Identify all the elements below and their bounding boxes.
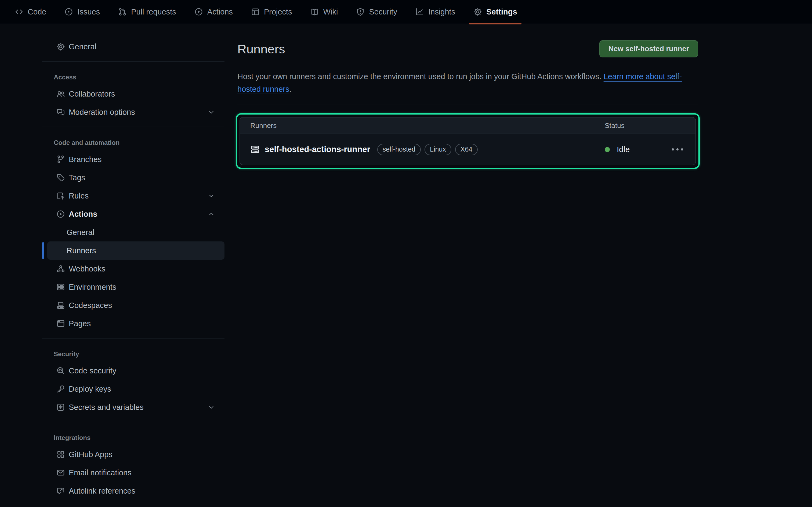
sidebar-item-codespaces[interactable]: Codespaces: [47, 296, 224, 315]
runner-name-link[interactable]: self-hosted-actions-runner: [265, 145, 370, 154]
chevron-down-icon: [208, 404, 215, 411]
tab-projects[interactable]: Projects: [247, 0, 296, 24]
sidebar-item-secrets-and-variables[interactable]: Secrets and variables: [47, 398, 224, 416]
sidebar-item-branches[interactable]: Branches: [47, 150, 224, 168]
sidebar-item-moderation-options[interactable]: Moderation options: [47, 103, 224, 121]
play-icon: [194, 7, 203, 16]
key-icon: [56, 385, 65, 393]
tab-code[interactable]: Code: [10, 0, 50, 24]
sidebar-item-label: Webhooks: [69, 265, 106, 273]
sidebar-item-actions-runners[interactable]: Runners: [47, 241, 224, 260]
tag-icon: [56, 173, 65, 182]
sidebar-item-label: Deploy keys: [69, 385, 111, 394]
description-period: .: [289, 85, 291, 93]
sidebar-item-label: Moderation options: [69, 108, 135, 117]
sidebar-item-tags[interactable]: Tags: [47, 168, 224, 187]
codespaces-icon: [56, 301, 65, 309]
sidebar-item-label: Codespaces: [69, 301, 112, 310]
gear-icon: [56, 42, 65, 51]
issue-opened-icon: [64, 7, 73, 16]
sidebar-item-environments[interactable]: Environments: [47, 278, 224, 296]
sidebar-item-actions-general[interactable]: General: [47, 223, 224, 241]
tab-insights[interactable]: Insights: [411, 0, 459, 24]
sidebar-divider: [42, 61, 224, 62]
sidebar-item-collaborators[interactable]: Collaborators: [47, 85, 224, 103]
sidebar-item-webhooks[interactable]: Webhooks: [47, 260, 224, 278]
tab-label: Issues: [77, 7, 100, 16]
sidebar-item-label: Pages: [69, 319, 91, 328]
sidebar-section-header: Access: [42, 67, 224, 85]
runners-description: Host your own runners and customize the …: [237, 70, 698, 96]
sidebar-item-actions[interactable]: Actions: [47, 205, 224, 223]
column-header-runners: Runners: [250, 121, 605, 130]
sidebar-item-label: GitHub Apps: [69, 450, 112, 459]
sidebar-item-label: Autolink references: [69, 487, 135, 496]
tab-issues[interactable]: Issues: [60, 0, 104, 24]
sidebar-divider: [42, 127, 224, 127]
sidebar-item-rules[interactable]: Rules: [47, 187, 224, 205]
sidebar-divider: [42, 338, 224, 339]
description-text: Host your own runners and customize the …: [237, 72, 602, 81]
comment-discussion-icon: [56, 108, 65, 116]
webhook-icon: [56, 265, 65, 273]
sidebar-item-label: Collaborators: [69, 90, 115, 99]
runners-table-header: Runners Status: [240, 117, 696, 134]
tab-label: Wiki: [323, 7, 338, 16]
people-icon: [56, 90, 65, 98]
sidebar-item-github-apps[interactable]: GitHub Apps: [47, 445, 224, 463]
server-icon: [250, 145, 260, 154]
chevron-up-icon: [208, 211, 215, 218]
sidebar-item-label: Runners: [66, 246, 96, 255]
runner-label-badge: Linux: [424, 144, 451, 155]
settings-sidebar: General Access Collaborators Moderation …: [42, 38, 224, 500]
tab-wiki[interactable]: Wiki: [306, 0, 342, 24]
server-icon: [56, 283, 65, 291]
sidebar-item-pages[interactable]: Pages: [47, 315, 224, 333]
sidebar-item-label: Code security: [69, 367, 116, 375]
git-branch-icon: [56, 155, 65, 164]
sidebar-item-label: Environments: [69, 283, 116, 292]
tab-label: Code: [28, 7, 46, 16]
sidebar-item-label: General: [66, 228, 94, 237]
tab-pull-requests[interactable]: Pull requests: [114, 0, 181, 24]
browser-icon: [56, 319, 65, 328]
sidebar-item-email-notifications[interactable]: Email notifications: [47, 463, 224, 482]
runner-labels: self-hosted Linux X64: [377, 144, 478, 155]
sidebar-item-deploy-keys[interactable]: Deploy keys: [47, 380, 224, 398]
tab-label: Pull requests: [131, 7, 176, 16]
tab-label: Insights: [428, 7, 455, 16]
sidebar-section-header: Security: [42, 344, 224, 361]
cross-reference-icon: [56, 487, 65, 495]
sidebar-item-label: Actions: [69, 210, 97, 219]
repo-tab-bar: Code Issues Pull requests Actions Projec…: [0, 0, 812, 24]
tab-label: Security: [369, 7, 397, 16]
runner-status: Idle: [617, 145, 630, 154]
sidebar-item-label: Secrets and variables: [69, 403, 144, 412]
sidebar-item-label: Tags: [69, 173, 85, 182]
sidebar-item-label: Email notifications: [69, 468, 132, 477]
sidebar-item-code-security[interactable]: Code security: [47, 361, 224, 380]
tab-label: Projects: [264, 7, 292, 16]
runner-actions-kebab-menu[interactable]: [671, 146, 684, 153]
sidebar-item-label: Branches: [69, 155, 102, 164]
graph-icon: [415, 7, 424, 16]
tab-security[interactable]: Security: [352, 0, 401, 24]
sidebar-item-autolink-references[interactable]: Autolink references: [47, 482, 224, 500]
tab-label: Actions: [207, 7, 233, 16]
sidebar-item-general[interactable]: General: [47, 38, 224, 56]
apps-grid-icon: [56, 450, 65, 459]
tab-label: Settings: [486, 7, 517, 16]
play-icon: [56, 210, 65, 218]
gear-icon: [473, 7, 482, 16]
section-divider: [237, 105, 698, 105]
new-self-hosted-runner-button[interactable]: New self-hosted runner: [599, 40, 698, 57]
shield-icon: [356, 7, 365, 16]
tab-actions[interactable]: Actions: [190, 0, 237, 24]
sidebar-item-label: General: [69, 42, 96, 51]
tab-settings[interactable]: Settings: [469, 0, 521, 24]
book-icon: [310, 7, 319, 16]
chevron-down-icon: [208, 192, 215, 199]
annotation-highlight-box: Runners Status self-hosted-actions-runne…: [236, 113, 700, 169]
table-icon: [251, 7, 260, 16]
runner-row: self-hosted-actions-runner self-hosted L…: [240, 134, 696, 165]
